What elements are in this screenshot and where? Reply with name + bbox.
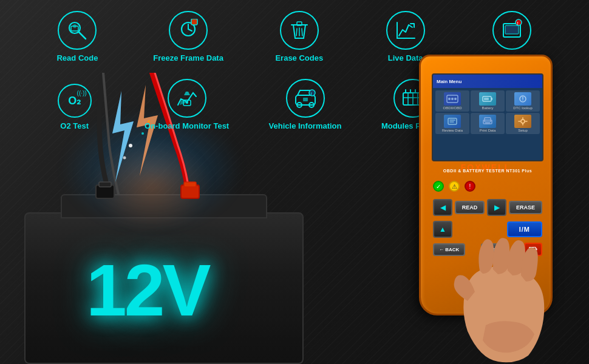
onboard-monitor-item: On-board Monitor Test <box>145 79 229 130</box>
status-green-dot: ✓ <box>433 181 444 192</box>
svg-point-50 <box>123 157 126 160</box>
read-btn[interactable]: READ <box>455 201 485 214</box>
svg-rect-7 <box>191 19 197 25</box>
battery-icon-svg <box>482 95 493 103</box>
screen-apps-grid: OBDII/OBD Battery <box>433 88 542 136</box>
svg-point-20 <box>186 101 188 104</box>
hand-area <box>449 234 571 364</box>
voltage-display: 12V <box>86 254 209 326</box>
screen-app-obdii: OBDII/OBD <box>435 90 469 112</box>
svg-point-58 <box>451 98 454 100</box>
battery-section: 12V <box>0 109 352 364</box>
nav-right-btn[interactable]: ▶ <box>487 199 506 216</box>
print-icon-svg <box>482 117 493 126</box>
vehicle-info-label: Vehicle Information <box>269 121 342 130</box>
screen-app-battery-icon <box>479 92 496 106</box>
screen-app-print: Print Data <box>471 113 505 134</box>
svg-line-12 <box>302 29 302 36</box>
nav-left-btn[interactable]: ◀ <box>433 199 452 216</box>
svg-text:i: i <box>310 92 312 96</box>
device-model-label: OBDII & BATTERY TESTER NT301 Plus <box>427 169 548 173</box>
o2-test-icon-circle: O₂ ((·)) <box>58 84 92 118</box>
screen-header-text: Main Menu <box>437 79 461 84</box>
svg-rect-61 <box>491 98 492 100</box>
screen-header: Main Menu <box>433 75 542 88</box>
svg-rect-55 <box>184 182 196 187</box>
svg-point-65 <box>522 99 523 101</box>
read-code-icon <box>66 19 89 42</box>
svg-line-6 <box>188 29 192 31</box>
dtc-icon-svg <box>517 95 528 103</box>
o2-test-item: O₂ ((·)) O2 Test <box>44 84 105 130</box>
screen-app-print-label: Print Data <box>480 129 496 132</box>
onboard-monitor-icon-circle <box>168 79 206 118</box>
erase-codes-icon-circle <box>280 11 319 50</box>
screen-app-dtc-label: DTC lookup <box>513 106 533 110</box>
svg-line-1 <box>79 32 86 39</box>
scanner-section: FOXWELL Main Menu OBDII/OBD <box>334 36 589 364</box>
read-code-icon-circle <box>58 11 97 50</box>
svg-line-10 <box>296 29 297 36</box>
status-yellow-dot: ⚠ <box>449 181 460 192</box>
svg-text:!: ! <box>517 21 518 25</box>
screen-app-dtc-icon <box>514 92 531 106</box>
svg-point-17 <box>516 19 522 25</box>
screen-app-review-label: Review Data <box>442 129 463 132</box>
review-icon-svg <box>447 117 458 126</box>
screen-app-review-icon <box>444 115 461 128</box>
screen-app-obdii-label: OBDII/OBD <box>443 106 461 110</box>
read-code-item: Read Code <box>47 11 107 62</box>
onboard-monitor-label: On-board Monitor Test <box>145 121 229 130</box>
vehicle-info-icon: i <box>293 87 318 110</box>
svg-point-49 <box>141 132 144 135</box>
svg-rect-24 <box>303 98 308 101</box>
device-screen: Main Menu OBDII/OBD <box>432 73 543 161</box>
svg-rect-66 <box>448 118 457 124</box>
screen-app-setup-label: Setup <box>518 129 528 132</box>
svg-rect-53 <box>99 182 111 187</box>
vehicle-info-item: i Vehicle Information <box>269 79 342 130</box>
read-erase-row: ◀ READ ▶ ERASE <box>433 199 542 216</box>
svg-point-59 <box>454 98 457 100</box>
erase-codes-icon <box>288 19 310 42</box>
screen-app-dtc: DTC lookup <box>506 90 540 112</box>
svg-point-25 <box>309 90 315 96</box>
setup-icon-svg <box>518 117 528 126</box>
svg-point-57 <box>448 98 451 100</box>
svg-point-72 <box>521 120 525 123</box>
screen-app-obdii-icon <box>444 92 461 106</box>
read-code-label: Read Code <box>56 53 98 62</box>
screen-app-setup: Setup <box>506 113 540 134</box>
freeze-frame-item: Freeze Frame Data <box>153 11 223 62</box>
hand-svg <box>449 234 571 364</box>
screen-app-setup-icon <box>514 115 531 128</box>
status-red-dot: ! <box>465 181 475 192</box>
freeze-frame-icon-circle <box>169 11 208 50</box>
freeze-frame-label: Freeze Frame Data <box>153 53 223 62</box>
erase-btn[interactable]: ERASE <box>509 201 542 214</box>
screen-app-print-icon <box>479 115 496 128</box>
o2-wave-icon: ((·)) <box>77 90 87 96</box>
o2-test-label: O2 Test <box>60 121 89 130</box>
freeze-frame-icon <box>177 19 200 42</box>
erase-codes-item: Erase Codes <box>269 11 330 62</box>
svg-rect-71 <box>485 123 490 124</box>
status-row: ✓ ⚠ ! <box>433 181 542 192</box>
obdii-icon-svg <box>446 95 458 103</box>
onboard-monitor-icon <box>175 87 199 110</box>
screen-app-battery: Battery <box>471 90 505 112</box>
screen-app-battery-label: Battery <box>482 106 493 110</box>
erase-codes-label: Erase Codes <box>275 53 323 62</box>
screen-app-review: Review Data <box>435 113 469 134</box>
svg-rect-16 <box>505 25 519 34</box>
vehicle-info-icon-circle: i <box>286 79 325 118</box>
svg-point-48 <box>129 144 132 147</box>
svg-rect-62 <box>484 98 489 100</box>
svg-point-3 <box>73 24 77 28</box>
